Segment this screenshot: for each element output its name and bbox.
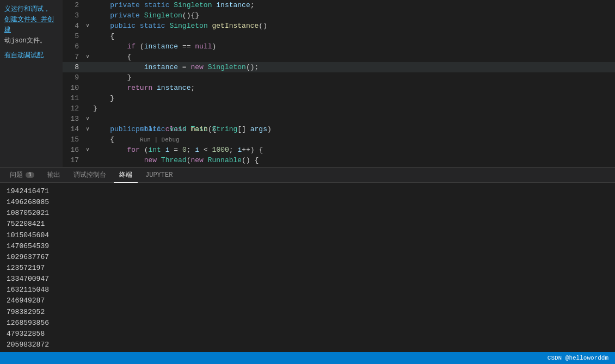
terminal-line-14: 479322858 <box>7 329 608 340</box>
line-content-14: public static void main(String[] args) <box>92 124 615 134</box>
fold-15 <box>83 134 92 145</box>
code-line-14: 14 ∨ public static void main(String[] ar… <box>63 124 615 134</box>
code-line-17: 17 new Thread(new Runnable() { <box>63 155 615 165</box>
code-line-13: 13 ∨ public class Test { Run | Debug <box>63 114 615 124</box>
code-line-11: 11 } <box>63 93 615 103</box>
sidebar-hint-3: 动json文件。 <box>4 36 58 46</box>
code-line-5: 5 { <box>63 31 615 41</box>
tab-terminal[interactable]: 终端 <box>114 168 138 183</box>
fold-8 <box>83 62 92 72</box>
terminal-line-3: 1087052021 <box>7 208 608 219</box>
fold-6 <box>83 41 92 52</box>
terminal-line-15: 2059832872 <box>7 340 608 350</box>
terminal-line-5: 1015045604 <box>7 230 608 241</box>
line-content-11: } <box>92 93 615 103</box>
fold-10 <box>83 83 92 93</box>
line-content-8: instance = new Singleton(); <box>92 62 615 72</box>
terminal-line-4: 752208421 <box>7 219 608 230</box>
line-num-2: 2 <box>63 0 83 10</box>
tab-output[interactable]: 输出 <box>42 168 66 183</box>
line-content-17: new Thread(new Runnable() { <box>92 155 615 165</box>
terminal-line-2: 1496268085 <box>7 197 608 208</box>
line-num-17: 17 <box>63 155 83 165</box>
line-content-6: if (instance == null) <box>92 41 615 52</box>
left-sidebar: 义运行和调试， 创建文件夹 并创建 动json文件。 有自动调试配 <box>0 0 63 167</box>
line-content-9: } <box>92 72 615 83</box>
editor-area: 义运行和调试， 创建文件夹 并创建 动json文件。 有自动调试配 2 priv… <box>0 0 615 167</box>
code-line-2: 2 private static Singleton instance; <box>63 0 615 10</box>
line-content-3: private Singleton(){} <box>92 10 615 21</box>
tab-debug-console-label: 调试控制台 <box>73 170 106 180</box>
terminal-line-9: 1334700947 <box>7 274 608 285</box>
tab-problems[interactable]: 问题 1 <box>4 168 40 183</box>
tab-output-label: 输出 <box>47 170 60 180</box>
terminal-line-10: 1632115048 <box>7 285 608 295</box>
sidebar-hint-4[interactable]: 有自动调试配 <box>4 51 58 61</box>
tab-terminal-label: 终端 <box>119 170 132 180</box>
fold-17 <box>83 155 92 165</box>
line-content-7: { <box>92 52 615 62</box>
code-line-10: 10 return instance; <box>63 83 615 93</box>
fold-3 <box>83 10 92 21</box>
line-num-7: 7 <box>63 52 83 62</box>
line-num-9: 9 <box>63 72 83 83</box>
line-num-16: 16 <box>63 145 83 155</box>
line-content-5: { <box>92 31 615 41</box>
line-num-14: 14 <box>63 124 83 134</box>
csdn-badge: CSDN @helloworddm <box>548 355 608 361</box>
code-line-8[interactable]: 8 instance = new Singleton(); <box>63 62 615 72</box>
sidebar-hint-1: 义运行和调试， <box>4 4 58 15</box>
fold-9 <box>83 72 92 83</box>
fold-11 <box>83 93 92 103</box>
fold-4[interactable]: ∨ <box>83 21 92 31</box>
line-num-13: 13 <box>63 114 83 124</box>
fold-7[interactable]: ∨ <box>83 52 92 62</box>
code-line-9: 9 } <box>63 72 615 83</box>
code-line-15: 15 { <box>63 134 615 145</box>
fold-16[interactable]: ∨ <box>83 145 92 155</box>
code-line-16: 16 ∨ for (int i = 0; i < 1000; i++) { <box>63 145 615 155</box>
terminal-line-13: 1268593856 <box>7 318 608 329</box>
code-line-12: 12 } <box>63 103 615 114</box>
tab-jupyter-label: JUPYTER <box>145 171 173 179</box>
line-num-10: 10 <box>63 83 83 93</box>
fold-12 <box>83 103 92 114</box>
line-num-6: 6 <box>63 41 83 52</box>
code-line-6: 6 if (instance == null) <box>63 41 615 52</box>
tab-debug-console[interactable]: 调试控制台 <box>68 168 112 183</box>
sidebar-hint-2[interactable]: 创建文件夹 并创建 <box>4 15 58 35</box>
line-num-15: 15 <box>63 134 83 145</box>
code-line-4: 4 ∨ public static Singleton getInstance(… <box>63 21 615 31</box>
status-bar: CSDN @helloworddm <box>0 352 615 364</box>
terminal-line-6: 1470654539 <box>7 241 608 252</box>
code-line-3: 3 private Singleton(){} <box>63 10 615 21</box>
terminal-line-7: 1029637767 <box>7 252 608 263</box>
line-num-5: 5 <box>63 31 83 41</box>
code-line-7: 7 ∨ { <box>63 52 615 62</box>
bottom-panel: 问题 1 输出 调试控制台 终端 JUPYTER 1942416471 1496… <box>0 167 615 352</box>
terminal-line-1: 1942416471 <box>7 186 608 197</box>
tab-problems-label: 问题 <box>10 170 23 180</box>
line-content-16: for (int i = 0; i < 1000; i++) { <box>92 145 615 155</box>
line-num-12: 12 <box>63 103 83 114</box>
line-content-12: } <box>92 103 615 114</box>
line-num-11: 11 <box>63 93 83 103</box>
line-content-15: { <box>92 134 615 145</box>
terminal-line-12: 798382952 <box>7 307 608 318</box>
line-content-10: return instance; <box>92 83 615 93</box>
fold-14[interactable]: ∨ <box>83 124 92 134</box>
line-num-4: 4 <box>63 21 83 31</box>
terminal-line-8: 123572197 <box>7 263 608 274</box>
tab-jupyter[interactable]: JUPYTER <box>140 168 178 183</box>
tab-problems-badge: 1 <box>26 172 34 178</box>
fold-5 <box>83 31 92 41</box>
terminal-line-11: 246949287 <box>7 295 608 306</box>
code-editor: 2 private static Singleton instance; 3 p… <box>63 0 615 167</box>
terminal-content[interactable]: 1942416471 1496268085 1087052021 7522084… <box>0 183 615 352</box>
line-content-4: public static Singleton getInstance() <box>92 21 615 31</box>
code-lines: 2 private static Singleton instance; 3 p… <box>63 0 615 167</box>
line-num-3: 3 <box>63 10 83 21</box>
fold-13[interactable]: ∨ <box>83 114 92 124</box>
line-content-13: public class Test { Run | Debug <box>92 114 615 124</box>
fold-2 <box>83 0 92 10</box>
